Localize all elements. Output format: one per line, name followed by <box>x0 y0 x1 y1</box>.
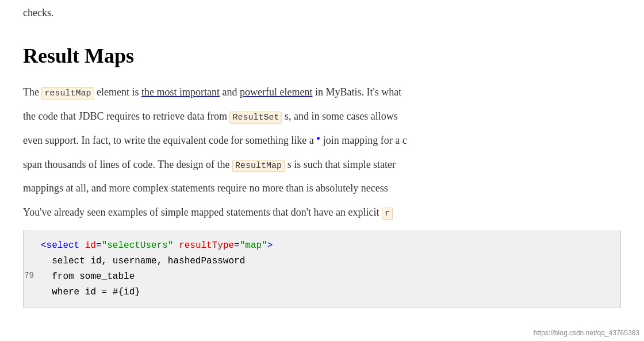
paragraph-4: span thousands of lines of code. The des… <box>23 156 621 174</box>
code-tag-select: select <box>47 240 80 251</box>
code-val-id: "selectUsers" <box>102 240 174 251</box>
code-attr-resulttype: resultType <box>179 240 234 251</box>
p1-text-element-is: element is <box>97 86 141 98</box>
code-line-4: where id = #{id} <box>24 285 609 300</box>
code-attr-id: id <box>85 240 96 251</box>
code-line-2: select id, username, hashedPassword <box>24 254 609 269</box>
code-punct-close: > <box>267 240 273 251</box>
paragraph-3: even support. In fact, to write the equi… <box>23 132 621 150</box>
code-val-resulttype: "map" <box>240 240 267 251</box>
paragraph-5: mappings at all, and more complex statem… <box>23 180 621 197</box>
explicit-code-inline: r <box>382 208 393 220</box>
resultset-code-inline: ResultSet <box>229 112 282 124</box>
line-content-4: where id = #{id} <box>41 285 609 300</box>
code-eq2: = <box>234 240 240 251</box>
code-punct-open: < <box>41 240 47 251</box>
paragraph-1: The resultMap element is the most import… <box>23 84 621 101</box>
page-heading: Result Maps <box>23 40 621 73</box>
intro-text: checks. <box>23 0 621 30</box>
code-block: <select id="selectUsers" resultType="map… <box>23 231 621 308</box>
p4-text-b: s is such that simple stater <box>288 159 396 170</box>
line-content-3: from some_table <box>41 269 609 285</box>
code-eq1: = <box>96 240 102 251</box>
resultmap-code-inline: resultMap <box>41 87 94 99</box>
p1-underline-powerful: powerful element <box>240 86 312 98</box>
line-number-3: 79 <box>24 269 41 283</box>
p5-text: mappings at all, and more complex statem… <box>23 182 388 194</box>
code-line-3: 79 from some_table <box>24 269 609 285</box>
paragraph-2: the code that JDBC requires to retrieve … <box>23 108 621 125</box>
p1-text-mybatis: in MyBatis. It's what <box>315 86 401 98</box>
p3-text-a: even support. In fact, to write the equi… <box>23 135 314 146</box>
paragraph-6: You've already seen examples of simple m… <box>23 204 621 221</box>
p3-text-b: join mapping for a c <box>323 135 407 146</box>
p2-text-a: the code that JDBC requires to retrieve … <box>23 110 229 122</box>
p6-text: You've already seen examples of simple m… <box>23 206 382 218</box>
resultmap-code-inline-2: ResultMap <box>232 160 285 172</box>
p1-underline-most-important: the most important <box>141 86 220 98</box>
watermark: https://blog.csdn.net/qq_43765383 <box>534 328 639 339</box>
line-content-2: select id, username, hashedPassword <box>41 254 609 269</box>
p2-text-b: s, and in some cases allows <box>285 110 398 122</box>
bullet-dot-icon <box>317 137 320 140</box>
p1-text-and: and <box>222 86 240 98</box>
line-content-1: <select id="selectUsers" resultType="map… <box>41 238 609 254</box>
p4-text-a: span thousands of lines of code. The des… <box>23 159 232 170</box>
code-line-1: <select id="selectUsers" resultType="map… <box>24 238 609 254</box>
p1-text-the: The <box>23 86 41 98</box>
page-container: checks. Result Maps The resultMap elemen… <box>0 0 644 341</box>
